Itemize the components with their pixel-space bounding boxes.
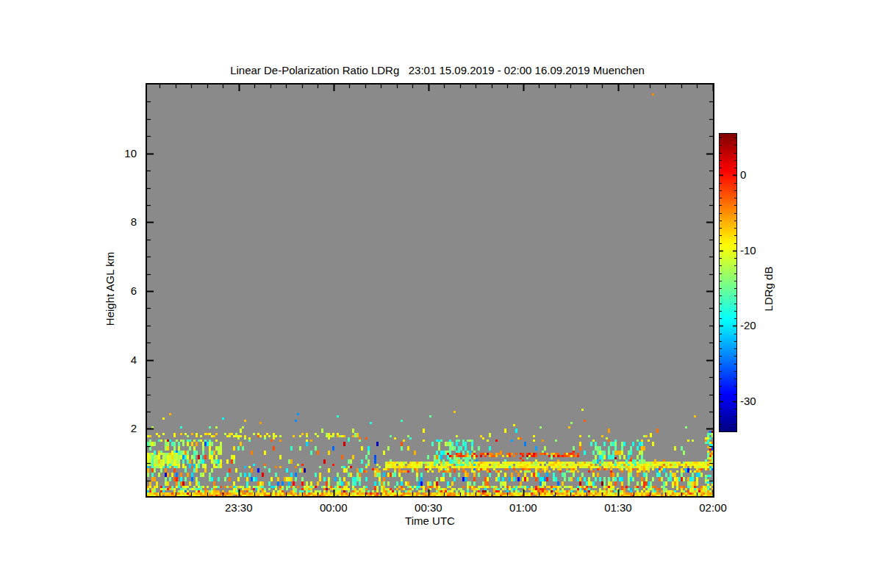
x-axis-title: Time UTC	[147, 514, 713, 527]
heatmap-canvas	[147, 85, 713, 496]
y-axis-tick-label: 4	[93, 354, 137, 367]
x-axis-tick-label: 01:00	[500, 501, 547, 514]
x-axis-tick-label: 00:00	[310, 501, 357, 514]
plot-area	[146, 83, 714, 498]
x-axis-tick-label: 01:30	[595, 501, 642, 514]
colorbar	[719, 133, 737, 432]
colorbar-canvas	[720, 134, 736, 431]
colorbar-title: LDRg dB	[762, 257, 775, 320]
x-axis-tick-label: 02:00	[689, 501, 736, 514]
chart-title: Linear De-Polarization Ratio LDRg 23:01 …	[147, 64, 728, 76]
colorbar-tick-label: -20	[740, 319, 777, 332]
colorbar-tick-label: 0	[740, 168, 777, 182]
y-axis-tick-label: 10	[93, 147, 137, 160]
y-axis-tick-label: 8	[93, 215, 137, 229]
x-axis-tick-label: 00:30	[405, 501, 452, 514]
y-axis-tick-label: 2	[93, 422, 137, 435]
colorbar-tick-label: -30	[740, 395, 777, 408]
x-axis-tick-label: 23:30	[215, 501, 262, 514]
figure-root: Linear De-Polarization Ratio LDRg 23:01 …	[0, 0, 882, 588]
colorbar-tick-label: -10	[740, 244, 777, 257]
y-axis-tick-label: 6	[93, 284, 137, 298]
